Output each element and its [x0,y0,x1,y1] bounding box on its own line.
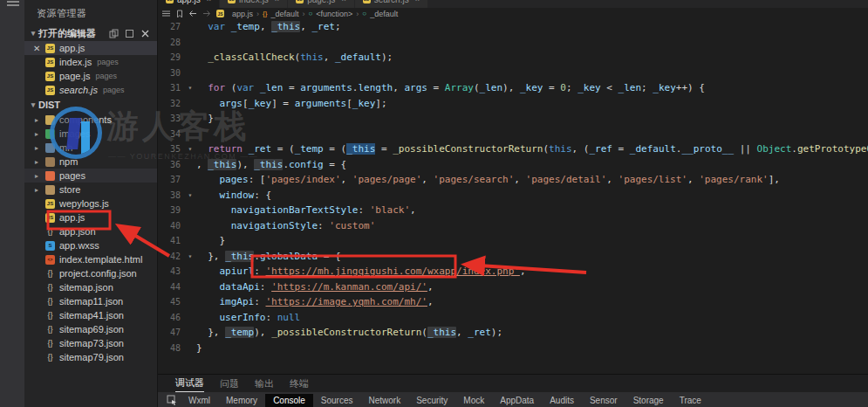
back-arrow-icon[interactable] [188,10,197,17]
line-number: 43 [158,264,184,279]
panel-tab-输出[interactable]: 输出 [255,375,274,392]
inspect-element-icon[interactable] [163,395,181,405]
tree-item-npm[interactable]: ▸npm [24,155,157,169]
save-all-icon[interactable] [125,29,134,38]
tree-item-sitemap11.json[interactable]: {}sitemap11.json [24,294,157,308]
tree-item-pages[interactable]: ▸pages [24,169,157,183]
code-line[interactable]: 32 args[_key] = arguments[_key]; [158,96,868,112]
code-line[interactable]: 34 [158,127,868,142]
code-line[interactable]: 30 [158,66,868,81]
devtools-tab-network[interactable]: Network [361,394,409,407]
chevron-down-icon: ▾ [28,100,38,109]
fold-chevron-icon[interactable]: ▾ [184,249,196,265]
devtools-tab-mock[interactable]: Mock [455,394,492,407]
tree-item-app.wxss[interactable]: Sapp.wxss [24,238,157,252]
tree-item-sitemap.json[interactable]: {}sitemap.json [24,280,157,294]
code-editor[interactable]: 27 var _temp, _this, _ret;2829 _classCal… [158,19,868,374]
file-name: images [59,128,90,139]
bookmark-icon[interactable] [176,10,183,18]
fold-chevron-icon[interactable]: ▾ [184,141,196,157]
new-file-icon[interactable] [109,29,119,38]
tab-page.js[interactable]: JSpage.js× [288,0,355,8]
tree-item-store[interactable]: ▸store [24,183,157,197]
devtools-tab-wxml[interactable]: Wxml [181,394,218,407]
devtools-tab-appdata[interactable]: AppData [492,394,542,407]
open-editor-item-search.js[interactable]: JSsearch.jspages [24,83,157,97]
tree-item-sitemap73.json[interactable]: {}sitemap73.json [24,336,157,350]
code-line[interactable]: 42▾ }, _this.globalData = { [158,249,868,265]
code-line[interactable]: 37 pages: ['pages/index', 'pages/page', … [158,172,868,188]
tree-item-sitemap41.json[interactable]: {}sitemap41.json [24,308,157,322]
breadcrumb-segment[interactable]: _default [270,10,298,18]
tree-item-app.json[interactable]: {}app.json [24,224,157,238]
tab-index.js[interactable]: JSindex.js× [220,0,288,8]
line-number: 36 [158,157,184,173]
breadcrumb-segment[interactable]: _default [370,10,398,18]
breadcrumb-file[interactable]: app.js [232,10,253,18]
tree-item-components[interactable]: ▸components [24,113,157,127]
code-text: imgApi: 'https://image.yqmh.com/mh/', [196,294,868,310]
tree-item-sitemap79.json[interactable]: {}sitemap79.json [24,350,157,364]
open-editor-item-app.js[interactable]: ✕JSapp.js [24,41,157,55]
fold-gutter [184,325,196,341]
code-line[interactable]: 33 } [158,111,868,127]
code-line[interactable]: 39 navigationBarTextStyle: 'black', [158,203,868,218]
line-number: 33 [158,111,184,127]
code-line[interactable]: 28 [158,35,868,51]
file-name: app.js [59,212,85,223]
code-line[interactable]: 48} [158,341,868,356]
close-all-icon[interactable] [140,29,150,38]
devtools-tab-console[interactable]: Console [265,394,313,407]
close-icon[interactable]: × [275,0,279,3]
menu-icon[interactable] [7,1,19,7]
js-file-icon: JS [45,58,55,67]
breadcrumb-segment[interactable]: <function> [316,10,352,18]
code-line[interactable]: 44 dataApi: 'https://m.kanman.com/api/', [158,279,868,295]
tree-item-wepylogs.js[interactable]: JSwepylogs.js [24,197,157,210]
file-name: pages [59,170,85,181]
open-editors-header[interactable]: ▾ 打开的编辑器 [24,25,157,41]
devtools-tab-audits[interactable]: Audits [542,394,582,407]
tree-item-project.config.json[interactable]: {}project.config.json [24,266,157,280]
code-line[interactable]: 27 var _temp, _this, _ret; [158,19,868,35]
code-line[interactable]: 36, _this), _this.config = { [158,157,868,173]
open-editor-item-page.js[interactable]: JSpage.jspages [24,69,157,83]
hamburger-icon[interactable] [161,10,171,17]
file-name: app.wxss [59,240,99,251]
tree-item-images[interactable]: ▸images [24,127,157,141]
forward-arrow-icon[interactable] [202,10,211,17]
devtools-tab-security[interactable]: Security [408,394,455,407]
panel-tab-调试器[interactable]: 调试器 [175,375,204,392]
devtools-tab-sensor[interactable]: Sensor [582,394,625,407]
panel-tab-问题[interactable]: 问题 [220,375,239,392]
tree-item-sitemap69.json[interactable]: {}sitemap69.json [24,322,157,336]
tree-item-index.template.html[interactable]: <>index.template.html [24,252,157,266]
fold-chevron-icon[interactable]: ▾ [184,80,196,96]
open-editor-item-index.js[interactable]: JSindex.jspages [24,55,157,69]
code-line[interactable]: 47 }, _temp), _possibleConstructorReturn… [158,325,868,341]
tab-app.js[interactable]: JSapp.js× [158,0,220,8]
tree-item-app.js[interactable]: JSapp.js [24,210,157,224]
code-line[interactable]: 40 navigationStyle: 'custom' [158,218,868,234]
code-line[interactable]: 31▾ for (var _len = arguments.length, ar… [158,80,868,96]
close-icon[interactable]: ✕ [33,44,44,53]
code-line[interactable]: 41 } [158,233,868,249]
close-icon[interactable]: × [341,0,345,3]
close-icon[interactable]: × [415,0,420,3]
dist-section-header[interactable]: ▾ DIST [24,97,157,113]
code-line[interactable]: 46 userInfo: null [158,310,868,326]
fold-chevron-icon[interactable]: ▾ [184,188,196,204]
code-line[interactable]: 45 imgApi: 'https://image.yqmh.com/mh/', [158,294,868,310]
devtools-tab-sources[interactable]: Sources [313,394,361,407]
code-line[interactable]: 35▾ return _ret = (_temp = (_this = _pos… [158,141,868,157]
tab-search.js[interactable]: JSsearch.js× [355,0,428,8]
devtools-tab-memory[interactable]: Memory [218,394,265,407]
devtools-tab-trace[interactable]: Trace [672,394,709,407]
code-line[interactable]: 43 apiurl: 'https://mh.jingqigushi.com/w… [158,264,868,279]
tree-item-mh[interactable]: ▸mh [24,141,157,155]
devtools-tab-storage[interactable]: Storage [625,394,672,407]
code-line[interactable]: 38▾ window: { [158,188,868,204]
panel-tab-终端[interactable]: 终端 [290,375,309,392]
close-icon[interactable]: × [207,0,211,3]
code-line[interactable]: 29 _classCallCheck(this, _default); [158,50,868,66]
